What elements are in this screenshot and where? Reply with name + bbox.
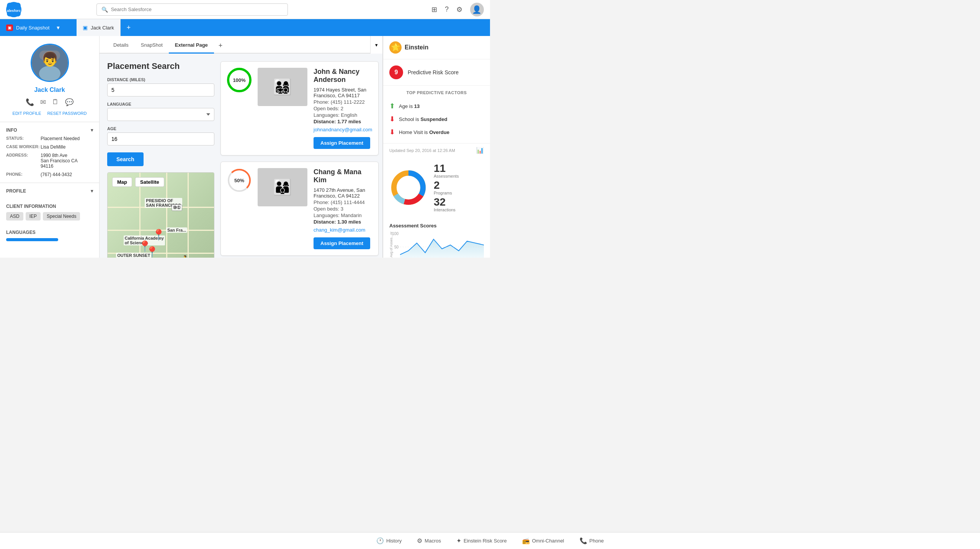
info-section-title[interactable]: INFO ▾ xyxy=(6,126,93,134)
tab-details[interactable]: Details xyxy=(107,38,135,54)
assessment-title: Assessment Scores xyxy=(389,223,484,229)
daily-snapshot-label: Daily Snapshot xyxy=(16,25,49,31)
tab-arrow-icon: ▼ xyxy=(56,25,60,31)
beds-1: Open beds: 2 xyxy=(314,106,372,111)
profile-actions: 📞 ✉ 🗒 💬 xyxy=(6,98,93,106)
dist-1: Distance: 1.77 miles xyxy=(314,119,372,124)
map-tab-map[interactable]: Map xyxy=(112,177,132,187)
assign-button-1[interactable]: Assign Placement xyxy=(314,137,370,149)
profile-section-title[interactable]: PROFILE ▾ xyxy=(6,187,93,195)
edit-profile-link[interactable]: EDIT PROFILE xyxy=(13,111,41,116)
donut-chart xyxy=(389,168,428,207)
phone-icon[interactable]: 📞 xyxy=(26,98,34,106)
status-row: STATUS: Placement Needed xyxy=(6,134,93,143)
placement-search-area: Placement Search DISTANCE (miles) LANGUA… xyxy=(100,54,382,258)
add-subtab-button[interactable]: + xyxy=(216,39,226,53)
map-highway-101: ⑩① xyxy=(172,204,182,211)
reset-password-link[interactable]: RESET PASSWORD xyxy=(47,111,87,116)
scroll-arrow-icon[interactable]: ▾ xyxy=(370,36,382,54)
right-panel: 🌟 Einstein 9 Predictive Risk Score TOP P… xyxy=(383,36,490,258)
language-field-group: LANGUAGE English Mandarin Spanish xyxy=(107,102,214,121)
beds-2: Open beds: 3 xyxy=(314,206,372,212)
assign-button-2[interactable]: Assign Placement xyxy=(314,237,370,249)
phone-1: Phone: (415) 111-2222 xyxy=(314,99,372,105)
factor-school: ⬇ School is Suspended xyxy=(389,113,484,126)
programs-stat: 2 Programs xyxy=(434,180,459,195)
top-navigation: salesforce 🔍 ⊞ ? ⚙ 👤 xyxy=(0,0,490,19)
tag-iep[interactable]: IEP xyxy=(26,212,41,221)
status-value: Placement Needed xyxy=(41,136,80,141)
family-name-2: Chang & Mana Kim xyxy=(314,168,372,184)
language-select[interactable]: English Mandarin Spanish xyxy=(107,108,214,121)
factor-home-visit: ⬇ Home Visit is Overdue xyxy=(389,126,484,139)
languages-section: LANGUAGES xyxy=(0,225,99,246)
chart-y-title: Avg of Asses...or xyxy=(389,232,393,257)
client-information-section: CLIENT INFORMATION ASD IEP Special Needs xyxy=(0,199,99,225)
email-link-1[interactable]: johnandnancy@gmail.com xyxy=(314,127,372,132)
distance-input[interactable] xyxy=(107,83,214,96)
sub-tabs: Details SnapShot External Page + ▾ xyxy=(100,36,382,54)
svg-point-4 xyxy=(39,66,60,81)
address-row: ADDRESS: 1990 8th AveSan Francisco CA941… xyxy=(6,151,93,170)
einstein-logo: 🌟 xyxy=(389,41,402,54)
tag-asd[interactable]: ASD xyxy=(6,212,23,221)
svg-text:👦: 👦 xyxy=(41,51,58,67)
factor-homevisit-text: Home Visit is Overdue xyxy=(399,129,449,135)
daily-snapshot-tab[interactable]: ▣ Daily Snapshot ▼ xyxy=(0,19,77,36)
einstein-header: 🌟 Einstein xyxy=(383,36,490,59)
factor-age-text: Age is 13 xyxy=(399,103,420,109)
distance-label: DISTANCE (miles) xyxy=(107,77,214,82)
svg-point-16 xyxy=(399,178,418,197)
caseworker-value: Lisa DeMille xyxy=(41,144,65,150)
language-bar xyxy=(6,238,58,241)
lang-2: Languages: Mandarin xyxy=(314,212,372,218)
email-link-2[interactable]: chang_kim@gmail.com xyxy=(314,227,372,233)
map-pin-1: 📍 xyxy=(152,229,165,241)
risk-score-label: Predictive Risk Score xyxy=(408,69,459,75)
match-score-1: 100% xyxy=(227,68,252,92)
add-tab-button[interactable]: + xyxy=(121,19,137,36)
search-button[interactable]: Search xyxy=(107,152,144,166)
salesforce-logo: salesforce xyxy=(6,2,21,17)
nav-icons: ⊞ ? ⚙ 👤 xyxy=(431,3,484,16)
chart-bar-icon[interactable]: 📊 xyxy=(476,147,484,154)
assessment-scores-section: Assessment Scores 100 50 0 xyxy=(383,218,490,258)
language-label: LANGUAGE xyxy=(107,102,214,106)
family-photo-1: 👨‍👩‍👧‍👦 xyxy=(258,68,307,106)
risk-score-row: 9 Predictive Risk Score xyxy=(389,65,484,79)
caseworker-label: CASE WORKER: xyxy=(6,144,41,150)
search-input[interactable] xyxy=(111,7,283,12)
age-input[interactable] xyxy=(107,132,214,145)
center-content: Details SnapShot External Page + ▾ Place… xyxy=(100,36,383,258)
result-card-1: 100% 👨‍👩‍👧‍👦 John & Nancy Anderson 1974 … xyxy=(220,61,379,155)
client-tags: ASD IEP Special Needs xyxy=(6,212,93,221)
user-avatar[interactable]: 👤 xyxy=(470,3,484,16)
global-search-bar[interactable]: 🔍 xyxy=(96,3,288,16)
map-figure: 🚶 xyxy=(180,255,191,258)
phone-row: PHONE: (767) 444-3432 xyxy=(6,170,93,179)
phone-value: (767) 444-3432 xyxy=(41,172,72,177)
address-1: 1974 Hayes Street, San Francisco, CA 941… xyxy=(314,87,372,98)
languages-title: LANGUAGES xyxy=(6,230,93,235)
grid-icon[interactable]: ⊞ xyxy=(431,5,437,14)
predictive-factors-section: TOP PREDICTIVE FACTORS ⬆ Age is 13 ⬇ Sch… xyxy=(383,86,490,144)
settings-icon[interactable]: ⚙ xyxy=(456,5,462,14)
donut-stats: 11 Assessments 2 Programs 32 Interaction… xyxy=(434,163,459,212)
map-tab-satellite[interactable]: Satellite xyxy=(135,177,164,187)
chat-icon[interactable]: 💬 xyxy=(65,98,74,106)
svg-text:salesforce: salesforce xyxy=(7,9,21,13)
tag-special-needs[interactable]: Special Needs xyxy=(43,212,80,221)
jack-clark-tab[interactable]: ▣ Jack Clark xyxy=(77,19,121,36)
age-label: AGE xyxy=(107,126,214,131)
top-factors-title: TOP PREDICTIVE FACTORS xyxy=(389,90,484,95)
main-tab-bar: ▣ Daily Snapshot ▼ ▣ Jack Clark + xyxy=(0,19,490,36)
notes-icon[interactable]: 🗒 xyxy=(52,98,59,106)
help-icon[interactable]: ? xyxy=(445,5,449,13)
email-icon[interactable]: ✉ xyxy=(40,98,46,106)
factor-homevisit-down-icon: ⬇ xyxy=(389,128,395,136)
tab-external-page[interactable]: External Page xyxy=(169,38,214,54)
profile-links: EDIT PROFILE RESET PASSWORD xyxy=(6,111,93,116)
sidebar: 👦 Jack Clark 📞 ✉ 🗒 💬 EDIT PROFILE RESET … xyxy=(0,36,100,258)
profile-section-expand: PROFILE ▾ xyxy=(0,183,99,199)
tab-snapshot[interactable]: SnapShot xyxy=(135,38,169,54)
